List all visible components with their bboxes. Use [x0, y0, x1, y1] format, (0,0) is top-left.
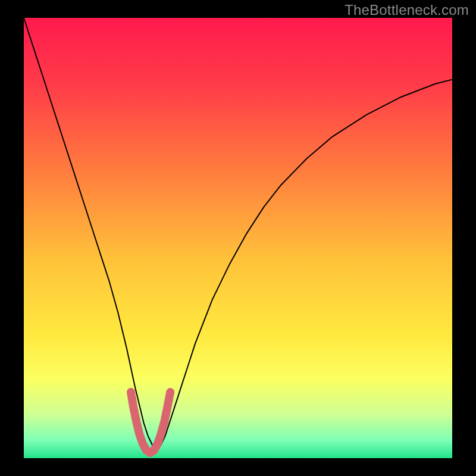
plot-background — [24, 18, 452, 458]
watermark-text: TheBottleneck.com — [345, 2, 469, 18]
chart-canvas — [0, 0, 476, 476]
